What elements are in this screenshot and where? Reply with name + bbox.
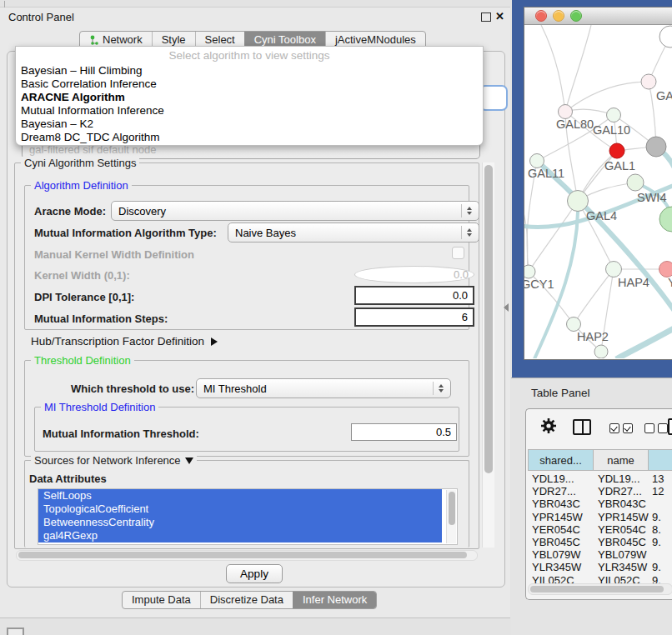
network-canvas[interactable]: GAL GAL80 GAL10 GAL1 GAL11 SWI4 GAL4 GCY… — [524, 25, 672, 358]
cell: YLR345W — [528, 561, 594, 573]
kernel-width-field[interactable]: 0.0 — [354, 266, 474, 283]
collapse-down-icon[interactable] — [185, 458, 193, 464]
close-icon[interactable]: ✕ — [495, 10, 504, 22]
expand-right-icon[interactable] — [211, 338, 218, 346]
table-row[interactable]: YPR145W YPR145W 9. — [528, 511, 672, 523]
list-item[interactable]: TopologicalCoefficient — [38, 502, 442, 516]
algorithm-option[interactable]: Dream8 DC_TDC Algorithm — [21, 131, 160, 144]
group-title: Sources for Network Inference — [31, 454, 197, 467]
cyni-bottom-tabbar: Impute Data Discretize Data Infer Networ… — [122, 591, 377, 609]
node-gal4[interactable] — [568, 191, 589, 212]
tab-label: Discretize Data — [210, 592, 283, 608]
apply-label: Apply — [240, 568, 268, 580]
tab-infer-network[interactable]: Infer Network — [293, 592, 376, 608]
document-icon[interactable] — [668, 418, 672, 435]
node-label: GAL10 — [593, 123, 630, 137]
minimized-panel-icon[interactable] — [7, 628, 24, 635]
settings-horizontal-scrollbar[interactable] — [16, 550, 478, 561]
settings-vscroll-thumb[interactable] — [484, 165, 493, 473]
tab-impute-data[interactable]: Impute Data — [123, 592, 200, 608]
cell: 8. — [649, 523, 672, 536]
manual-kernel-width-checkbox[interactable] — [452, 247, 464, 259]
table-row[interactable]: YBR043C YBR043C — [528, 498, 672, 510]
float-window-icon[interactable] — [481, 12, 491, 22]
list-item[interactable]: BetweennessCentrality — [38, 516, 442, 529]
select-all-rows-icon[interactable] — [609, 422, 636, 437]
minimize-traffic-light-icon[interactable] — [553, 10, 564, 22]
algorithm-option[interactable]: Mutual Information Inference — [21, 104, 164, 118]
node-bottom[interactable] — [594, 345, 608, 358]
algorithm-option[interactable]: Basic Correlation Inference — [21, 78, 157, 91]
node-swi4[interactable] — [627, 174, 644, 191]
table-row[interactable]: YBR045C YBR045C 9. — [528, 536, 672, 548]
split-columns-icon[interactable] — [573, 419, 591, 435]
cell: 9. — [649, 511, 672, 523]
table-row[interactable]: YDR27... YDR27... 12 — [528, 485, 672, 498]
node-salmon[interactable] — [659, 262, 672, 278]
node-label: GAL80 — [556, 118, 594, 131]
node-hap4[interactable] — [606, 262, 622, 278]
node-gray[interactable] — [646, 137, 666, 157]
data-attributes-label: Data Attributes — [29, 472, 107, 485]
dpi-tolerance-field[interactable]: 0.0 — [354, 286, 474, 305]
node-gal10[interactable] — [607, 108, 621, 122]
node-label: GAL4 — [586, 209, 617, 222]
table-hscroll-thumb[interactable] — [530, 586, 664, 592]
hub-transcription-section[interactable]: Hub/Transcription Factor Definition — [31, 335, 218, 348]
group-title: MI Threshold Definition — [41, 401, 158, 413]
table-row[interactable]: YER054C YER054C 8. — [528, 523, 672, 536]
table-row[interactable]: YLR345W YLR345W 9. — [528, 561, 672, 573]
cell — [649, 548, 672, 561]
mi-algorithm-type-combo[interactable]: Naive Bayes — [228, 222, 479, 242]
gear-icon[interactable] — [539, 417, 558, 435]
list-scrollbar[interactable] — [446, 490, 456, 543]
node-hap2[interactable] — [567, 318, 581, 332]
algorithm-option-selected[interactable]: ARACNE Algorithm — [21, 91, 125, 104]
algorithm-option[interactable]: Bayesian – Hill Climbing — [21, 64, 143, 78]
zoom-traffic-light-icon[interactable] — [570, 10, 582, 22]
list-scrollbar-thumb[interactable] — [449, 492, 455, 525]
node-label: HAP4 — [618, 276, 649, 289]
table-horizontal-scrollbar[interactable] — [528, 583, 672, 595]
popup-placeholder: Select algorithm to view settings — [16, 49, 483, 62]
node-gcy1[interactable] — [524, 265, 535, 278]
mi-threshold-field[interactable]: 0.5 — [351, 423, 457, 441]
tab-discretize-data[interactable]: Discretize Data — [200, 592, 293, 608]
node-gal11[interactable] — [530, 154, 544, 168]
dpi-tolerance-label: DPI Tolerance [0,1]: — [34, 291, 134, 303]
table-window: shared... name YDL19... YDL19... 13 YDR2… — [525, 408, 672, 600]
node-label: Y — [668, 276, 672, 289]
node-big-green[interactable] — [659, 207, 672, 232]
cell: YDR27... — [528, 485, 594, 498]
column-header-shared-name[interactable]: shared... — [528, 449, 594, 471]
column-header-third[interactable] — [649, 449, 672, 471]
mi-steps-field[interactable]: 6 — [354, 308, 474, 327]
node[interactable] — [659, 26, 672, 48]
network-window-titlebar[interactable] — [524, 8, 672, 25]
network-icon — [89, 35, 99, 46]
network-view-window[interactable]: GAL GAL80 GAL10 GAL1 GAL11 SWI4 GAL4 GCY… — [524, 7, 672, 360]
close-traffic-light-icon[interactable] — [535, 10, 547, 22]
inference-algorithm-combo-fragment[interactable] — [479, 85, 508, 111]
data-attributes-list[interactable]: SelfLoops TopologicalCoefficient Between… — [38, 488, 458, 545]
node-label: GAL1 — [604, 159, 635, 172]
algorithm-option[interactable]: Bayesian – K2 — [21, 118, 93, 131]
settings-vertical-scrollbar[interactable] — [482, 162, 494, 548]
table-row[interactable]: YBL079W YBL079W — [528, 548, 672, 561]
apply-button[interactable]: Apply — [226, 564, 283, 583]
panel-splitter-handle[interactable] — [504, 303, 509, 312]
node-gal-pink[interactable] — [641, 74, 656, 89]
node-gal80[interactable] — [559, 105, 573, 119]
manual-kernel-width-label: Manual Kernel Width Definition — [34, 248, 194, 261]
tab-label: Infer Network — [303, 592, 367, 608]
cell: YBR045C — [528, 536, 594, 548]
node-gal1-red[interactable] — [609, 143, 624, 158]
table-row[interactable]: YDL19... YDL19... 13 — [528, 472, 672, 485]
which-threshold-combo[interactable]: MI Threshold — [196, 378, 451, 398]
node-label: HAP2 — [577, 330, 609, 343]
list-item[interactable]: gal4RGexp — [38, 529, 442, 542]
settings-hscroll-thumb[interactable] — [18, 552, 467, 558]
column-header-name[interactable]: name — [594, 449, 649, 471]
aracne-mode-combo[interactable]: Discovery — [111, 201, 479, 221]
list-item[interactable]: SelfLoops — [38, 489, 442, 502]
